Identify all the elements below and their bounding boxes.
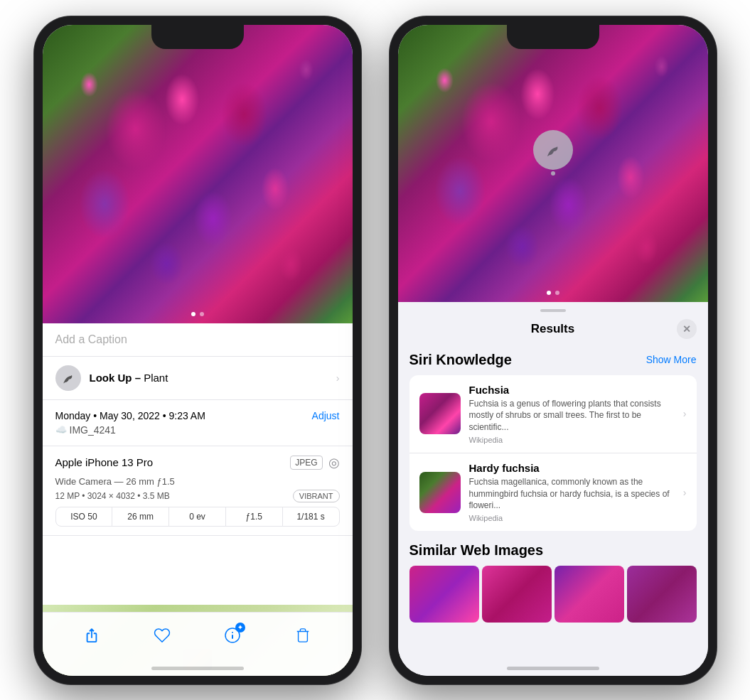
photo-background [43,25,353,323]
camera-badges: JPEG ◎ [290,455,339,470]
siri-knowledge-title: Siri Knowledge [409,352,512,368]
fuchsia-name: Fuchsia [469,384,679,396]
fuchsia-thumbnail [419,393,461,434]
page-dot-1 [191,312,195,316]
notch [151,25,244,49]
fuchsia-item[interactable]: Fuchsia Fuchsia is a genus of flowering … [409,375,697,453]
exif-shutter: 1/181 s [283,507,339,526]
cloud-icon: ☁️ [55,424,67,435]
page-dot-2 [200,312,204,316]
hardy-name: Hardy fuchsia [469,462,679,474]
bubble-dot [551,171,555,176]
jpeg-badge: JPEG [290,456,322,470]
specs-row: 12 MP • 3024 × 4032 • 3.5 MB VIBRANT [55,490,340,502]
fuchsia-description: Fuchsia is a genus of flowering plants t… [469,398,679,434]
look-up-icon [55,365,81,391]
trash-icon [295,628,311,643]
vibrant-badge: VIBRANT [293,490,340,502]
right-photo-area [398,25,708,302]
look-up-label: Look Up – [90,372,141,384]
home-indicator [151,667,244,670]
visual-search-bubble[interactable] [533,130,573,170]
share-button[interactable] [82,625,102,645]
info-badge: ✦ [235,623,245,632]
meta-date: Monday • May 30, 2022 • 9:23 AM [55,410,205,421]
look-up-row[interactable]: Look Up – Plant › [43,357,353,400]
close-button[interactable]: ✕ [677,319,697,339]
exif-iso: ISO 50 [56,507,113,526]
knowledge-card: Fuchsia Fuchsia is a genus of flowering … [409,375,697,532]
photo-area[interactable] [43,25,353,323]
left-phone: Add a Caption Look Up – Plant › [34,16,361,684]
right-page-dot-1 [547,291,551,295]
right-phone-screen: Results ✕ Siri Knowledge Show More [398,25,708,676]
caption-input[interactable]: Add a Caption [43,323,353,357]
right-notch [507,25,599,49]
similar-section: Similar Web Images [409,542,697,623]
flower-overlay [43,25,353,323]
fuchsia-source: Wikipedia [469,436,679,444]
panel-content[interactable]: Siri Knowledge Show More Fuchsia Fuchsia… [398,346,708,676]
left-phone-screen: Add a Caption Look Up – Plant › [43,25,353,676]
similar-images-grid [409,566,697,623]
info-area: Add a Caption Look Up – Plant › [43,323,353,676]
page-indicator [191,312,204,316]
hardy-description: Fuchsia magellanica, commonly known as t… [469,476,679,512]
fuchsia-chevron-icon: › [683,408,687,419]
meta-filename-row: ☁️ IMG_4241 [55,424,340,436]
filename: IMG_4241 [70,424,116,436]
meta-date-row: Monday • May 30, 2022 • 9:23 AM Adjust [55,410,340,421]
fuchsia-text: Fuchsia Fuchsia is a genus of flowering … [469,384,679,444]
exif-focal: 26 mm [112,507,169,526]
look-up-subject: Plant [144,372,168,384]
results-panel: Results ✕ Siri Knowledge Show More [398,302,708,676]
similar-title: Similar Web Images [409,542,697,559]
mp-info: 12 MP • 3024 × 4032 • 3.5 MB [55,491,170,501]
similar-image-2[interactable] [482,566,552,623]
hardy-thumbnail [419,472,461,513]
exif-ev: 0 ev [169,507,226,526]
similar-image-3[interactable] [555,566,624,623]
show-more-button[interactable]: Show More [646,354,697,365]
panel-header: Results ✕ [398,312,708,346]
right-page-indicator [547,291,559,295]
hardy-text: Hardy fuchsia Fuchsia magellanica, commo… [469,462,679,522]
camera-section: Apple iPhone 13 Pro JPEG ◎ Wide Camera —… [43,446,353,536]
delete-button[interactable] [293,625,313,645]
metadata-section: Monday • May 30, 2022 • 9:23 AM Adjust ☁… [43,400,353,446]
right-phone: Results ✕ Siri Knowledge Show More [390,16,717,684]
camera-model-row: Apple iPhone 13 Pro JPEG ◎ [55,455,340,470]
siri-knowledge-header: Siri Knowledge Show More [409,352,697,368]
right-page-dot-2 [555,291,559,295]
lens-info: Wide Camera — 26 mm ƒ1.5 [55,476,340,487]
phones-container: Add a Caption Look Up – Plant › [20,2,731,699]
heart-icon [154,627,171,644]
exif-row: ISO 50 26 mm 0 ev ƒ1.5 1/181 s [55,507,340,527]
hardy-chevron-icon: › [683,487,687,498]
look-up-text: Look Up – Plant [90,372,168,384]
panel-title: Results [429,322,677,336]
hardy-fuchsia-item[interactable]: Hardy fuchsia Fuchsia magellanica, commo… [409,453,697,531]
leaf-icon [61,371,75,385]
camera-model: Apple iPhone 13 Pro [55,456,154,468]
look-up-chevron-icon: › [336,372,340,384]
share-icon [84,628,100,643]
exif-aperture: ƒ1.5 [226,507,283,526]
location-icon: ◎ [328,455,340,470]
right-home-indicator [507,667,599,670]
adjust-button[interactable]: Adjust [312,410,340,421]
leaf-search-icon [545,141,562,158]
hardy-source: Wikipedia [469,514,679,522]
favorite-button[interactable] [152,625,172,645]
info-button[interactable]: ✦ [223,625,242,645]
similar-image-1[interactable] [409,566,479,623]
similar-image-4[interactable] [627,566,697,623]
